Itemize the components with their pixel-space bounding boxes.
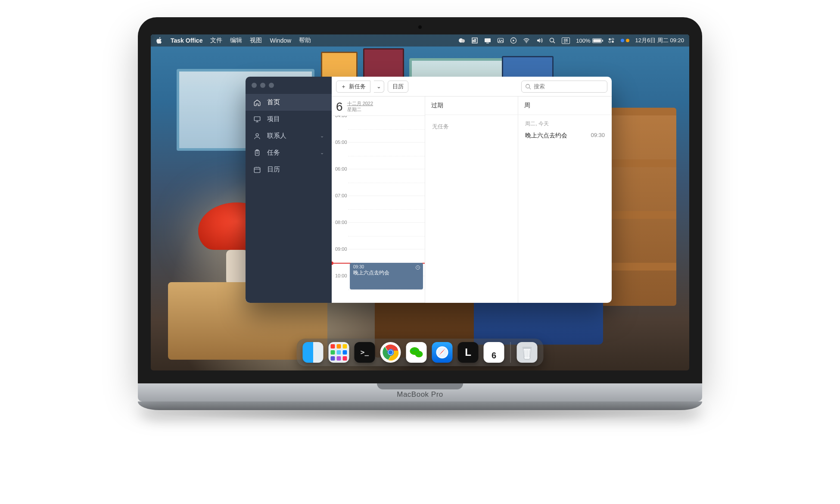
- svg-rect-35: [523, 347, 532, 348]
- sidebar-item-home[interactable]: 首页: [246, 94, 332, 111]
- svg-rect-4: [486, 43, 489, 44]
- input-method-indicator[interactable]: 拼: [562, 37, 570, 44]
- apple-menu-icon[interactable]: [156, 37, 163, 44]
- dock-app-icon[interactable]: L: [458, 342, 479, 363]
- day-column: 6 十二月 2022 星期二 04:00 05:00 06:00 07:: [332, 96, 425, 303]
- dock-launchpad-icon[interactable]: [329, 342, 349, 363]
- chevron-down-icon: ⌄: [320, 150, 324, 156]
- svg-rect-14: [612, 41, 614, 43]
- dock-terminal-icon[interactable]: [355, 342, 375, 363]
- chevron-down-icon: ⌄: [320, 133, 324, 139]
- menubar-clock[interactable]: 12月6日 周二 09:20: [635, 37, 684, 44]
- sidebar-item-contacts[interactable]: 联系人 ⌄: [246, 128, 332, 144]
- hour-label: 08:00: [334, 220, 348, 225]
- laptop-notch: [377, 383, 463, 389]
- search-icon: [525, 84, 531, 90]
- plus-icon: ＋: [341, 83, 346, 90]
- control-center-icon[interactable]: [608, 37, 615, 44]
- week-subheader: 周二, 今天: [518, 115, 612, 129]
- sidebar-item-calendar[interactable]: 日历: [246, 161, 332, 178]
- nowplaying-menu-icon[interactable]: [510, 37, 517, 44]
- svg-point-32: [420, 353, 420, 354]
- hour-label: 10:00: [334, 273, 348, 278]
- window-close-dot[interactable]: [252, 83, 257, 88]
- week-task-item[interactable]: 晚上六点去约会 09:30: [518, 129, 612, 142]
- sidebar-item-label: 任务: [267, 149, 280, 157]
- window-zoom-dot[interactable]: [269, 83, 274, 88]
- calendar-grid-icon: [253, 166, 261, 174]
- dock-chrome-icon[interactable]: [380, 342, 401, 363]
- calendar-label: 日历: [392, 83, 404, 90]
- svg-rect-13: [609, 41, 611, 43]
- task-time: 09:30: [591, 132, 605, 140]
- dock-trash-icon[interactable]: [517, 342, 538, 363]
- app-menu-extra-icon[interactable]: [471, 37, 478, 44]
- menu-extra-dots[interactable]: [621, 39, 629, 42]
- display-menu-icon[interactable]: [484, 37, 491, 44]
- svg-point-29: [412, 350, 414, 351]
- weekday: 星期二: [347, 107, 373, 113]
- wifi-menu-icon[interactable]: [523, 37, 530, 44]
- search-input[interactable]: [534, 83, 606, 90]
- battery-menu[interactable]: 100%: [576, 37, 601, 44]
- svg-rect-15: [254, 117, 260, 121]
- sidebar-item-label: 项目: [267, 115, 280, 123]
- toolbar: ＋ 新任务 ⌄ 日历: [332, 77, 612, 96]
- presentation-icon: [253, 115, 261, 123]
- wallpaper-lamp: [226, 250, 248, 289]
- sidebar-item-label: 日历: [267, 165, 280, 174]
- column-header-overdue: 过期: [425, 96, 518, 115]
- sidebar-item-label: 首页: [267, 98, 280, 106]
- week-column: 周 周二, 今天 晚上六点去约会 09:30: [518, 96, 612, 303]
- sidebar-item-projects[interactable]: 项目: [246, 111, 332, 128]
- calendar-button[interactable]: 日历: [388, 81, 408, 93]
- dock-wechat-icon[interactable]: [406, 342, 427, 363]
- day-number: 6: [336, 100, 343, 114]
- menubar-item-window[interactable]: Window: [270, 37, 291, 44]
- svg-point-8: [526, 42, 527, 43]
- new-task-label: 新任务: [349, 83, 366, 90]
- hour-label: 09:00: [334, 246, 348, 252]
- menubar-app-name[interactable]: Task Office: [171, 37, 202, 44]
- sidebar-item-label: 联系人: [267, 132, 286, 140]
- dock-finder-icon[interactable]: [303, 342, 324, 363]
- dock-calendar-icon[interactable]: 6: [484, 342, 504, 363]
- svg-point-9: [550, 38, 554, 42]
- sidebar: 首页 项目 联系人 ⌄ 任务: [246, 77, 332, 303]
- search-field[interactable]: [521, 81, 607, 93]
- photos-menu-icon[interactable]: [497, 37, 504, 44]
- sidebar-item-tasks[interactable]: 任务 ⌄: [246, 144, 332, 161]
- dock: L 6: [297, 339, 544, 366]
- menubar-item-help[interactable]: 帮助: [299, 37, 311, 44]
- svg-line-10: [554, 42, 555, 44]
- menubar-item-edit[interactable]: 编辑: [230, 37, 242, 44]
- svg-point-31: [417, 353, 418, 354]
- wechat-menu-icon[interactable]: [458, 37, 465, 44]
- svg-rect-19: [254, 167, 260, 172]
- overdue-empty: 无任务: [425, 115, 518, 138]
- window-traffic-lights[interactable]: [246, 77, 332, 92]
- volume-menu-icon[interactable]: [536, 37, 543, 44]
- hour-label: 04:00: [334, 116, 348, 118]
- svg-point-26: [389, 350, 393, 355]
- overdue-column: 过期 无任务: [425, 96, 519, 303]
- new-task-dropdown[interactable]: ⌄: [374, 81, 384, 93]
- event-title: 晚上六点去约会: [353, 269, 420, 277]
- new-task-button[interactable]: ＋ 新任务: [336, 81, 370, 93]
- battery-percent: 100%: [576, 37, 590, 44]
- desktop-screen: Task Office 文件 编辑 视图 Window 帮助: [151, 34, 689, 370]
- calendar-event[interactable]: 09:30 晚上六点去约会: [350, 263, 423, 289]
- task-title: 晚上六点去约会: [525, 132, 567, 140]
- dock-safari-icon[interactable]: [432, 342, 453, 363]
- hour-label: 05:00: [334, 140, 348, 145]
- day-timeline[interactable]: 04:00 05:00 06:00 07:00 08:00 09:00 10:0…: [332, 116, 425, 303]
- hour-label: 06:00: [334, 166, 348, 171]
- window-minimize-dot[interactable]: [260, 83, 265, 88]
- spotlight-menu-icon[interactable]: [549, 37, 556, 44]
- menubar-item-view[interactable]: 视图: [250, 37, 262, 44]
- dock-separator: [510, 342, 511, 363]
- laptop-brand: MacBook Pro: [397, 390, 443, 399]
- svg-rect-3: [485, 38, 491, 42]
- menubar-item-file[interactable]: 文件: [210, 37, 222, 44]
- svg-point-1: [461, 39, 465, 43]
